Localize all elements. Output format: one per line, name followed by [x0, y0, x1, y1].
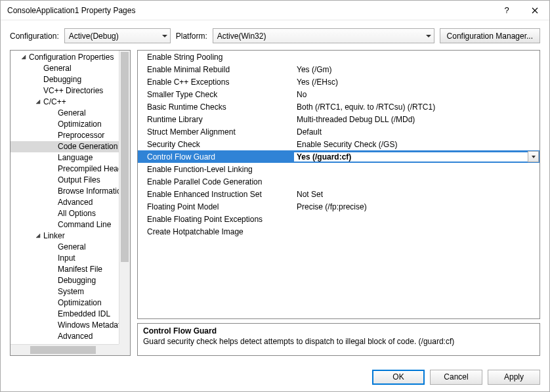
property-value[interactable]: Multi-threaded Debug DLL (/MDd): [294, 115, 539, 124]
property-row[interactable]: Enable Enhanced Instruction SetNot Set: [138, 188, 539, 200]
tree-item[interactable]: Input: [11, 253, 119, 264]
tree-item[interactable]: General: [11, 108, 119, 119]
property-value[interactable]: Yes (/EHsc): [294, 77, 539, 87]
tree-item[interactable]: VC++ Directories: [11, 85, 119, 97]
tree-item-label: Command Line: [58, 219, 111, 230]
chevron-down-icon: [532, 156, 536, 158]
property-row[interactable]: Create Hotpatchable Image: [138, 225, 539, 238]
property-row[interactable]: Enable String Pooling: [138, 51, 539, 63]
tree-vscrollbar-thumb[interactable]: [121, 52, 129, 262]
ok-button[interactable]: OK: [372, 370, 425, 385]
expander-placeholder: [34, 65, 42, 73]
property-row[interactable]: Floating Point ModelPrecise (/fp:precise…: [138, 200, 539, 213]
tree-item[interactable]: Advanced: [11, 197, 119, 208]
tree-hscrollbar-thumb[interactable]: [30, 346, 96, 354]
expander-placeholder: [34, 87, 42, 95]
expander-icon[interactable]: [20, 54, 28, 62]
property-row[interactable]: Basic Runtime ChecksBoth (/RTC1, equiv. …: [138, 100, 539, 113]
property-value[interactable]: Enable Security Check (/GS): [294, 140, 539, 149]
property-row[interactable]: Enable Floating Point Exceptions: [138, 213, 539, 225]
property-name: Enable String Pooling: [138, 53, 294, 62]
help-button[interactable]: ?: [494, 1, 520, 20]
tree-item-label: Debugging: [58, 275, 96, 286]
tree-item[interactable]: All Options: [11, 208, 119, 219]
tree-item[interactable]: Advanced: [11, 331, 119, 342]
tree-item[interactable]: C/C++: [11, 97, 119, 108]
tree-item[interactable]: Command Line: [11, 219, 119, 230]
tree-item[interactable]: Optimization: [11, 297, 119, 309]
tree-item-label: Preprocessor: [58, 130, 104, 141]
platform-combo[interactable]: Active(Win32): [213, 28, 434, 43]
tree-item-label: Windows Metadata: [58, 320, 119, 331]
tree-item[interactable]: Output Files: [11, 175, 119, 186]
tree-item[interactable]: Debugging: [11, 275, 119, 286]
property-value[interactable]: Yes (/Gm): [294, 65, 539, 74]
property-name: Enable Floating Point Exceptions: [138, 215, 294, 224]
tree-item[interactable]: General: [11, 63, 119, 74]
property-row[interactable]: Control Flow GuardYes (/guard:cf): [138, 150, 539, 163]
property-name: Enable Function-Level Linking: [138, 165, 294, 174]
tree-item[interactable]: Configuration Properties: [11, 52, 119, 63]
property-value[interactable]: Default: [294, 127, 539, 137]
cancel-button[interactable]: Cancel: [430, 370, 482, 385]
tree-item[interactable]: General: [11, 242, 119, 253]
tree-vscrollbar[interactable]: [119, 51, 130, 344]
description-title: Control Flow Guard: [143, 326, 534, 336]
chevron-down-icon: [426, 35, 431, 37]
tree-item[interactable]: Language: [11, 152, 119, 163]
tree-item[interactable]: Linker: [11, 230, 119, 242]
property-value-dropdown[interactable]: [528, 151, 539, 162]
property-row[interactable]: Enable Function-Level Linking: [138, 163, 539, 175]
tree-hscrollbar[interactable]: [11, 344, 119, 355]
property-value[interactable]: Not Set: [294, 190, 539, 199]
property-row[interactable]: Security CheckEnable Security Check (/GS…: [138, 138, 539, 150]
property-row[interactable]: Enable Minimal RebuildYes (/Gm): [138, 63, 539, 76]
expander-placeholder: [49, 221, 56, 229]
tree-item[interactable]: Manifest File: [11, 264, 119, 275]
property-name: Enable Minimal Rebuild: [138, 65, 294, 74]
tree-panel: Configuration PropertiesGeneralDebugging…: [10, 50, 131, 356]
property-row[interactable]: Runtime LibraryMulti-threaded Debug DLL …: [138, 113, 539, 125]
close-button[interactable]: [520, 1, 549, 20]
property-value[interactable]: Both (/RTC1, equiv. to /RTCsu) (/RTC1): [294, 102, 539, 112]
ok-label: OK: [392, 372, 404, 381]
tree-item[interactable]: Optimization: [11, 119, 119, 130]
property-name: Smaller Type Check: [138, 90, 294, 99]
tree-item[interactable]: Code Generation: [11, 141, 119, 152]
property-grid: Enable String PoolingEnable Minimal Rebu…: [137, 50, 540, 319]
tree-item[interactable]: Preprocessor: [11, 130, 119, 141]
property-row[interactable]: Enable C++ ExceptionsYes (/EHsc): [138, 76, 539, 88]
tree-item-label: Code Generation: [58, 141, 117, 152]
tree-item[interactable]: Debugging: [11, 74, 119, 85]
tree-item[interactable]: Precompiled Headers: [11, 163, 119, 175]
property-value[interactable]: Yes (/guard:cf): [294, 152, 528, 162]
configuration-combo[interactable]: Active(Debug): [64, 28, 171, 43]
configuration-value: Active(Debug): [69, 32, 119, 41]
property-name: Security Check: [138, 140, 294, 149]
tree-item-label: General: [43, 63, 72, 74]
apply-button[interactable]: Apply: [488, 370, 540, 385]
property-value[interactable]: No: [294, 90, 539, 99]
expander-icon[interactable]: [34, 232, 42, 240]
description-panel: Control Flow Guard Guard security check …: [137, 323, 540, 356]
property-row[interactable]: Enable Parallel Code Generation: [138, 175, 539, 188]
tree-item-label: General: [58, 108, 86, 119]
tree[interactable]: Configuration PropertiesGeneralDebugging…: [11, 51, 119, 344]
titlebar: ConsoleApplication1 Property Pages ?: [1, 1, 549, 20]
expander-placeholder: [49, 110, 56, 118]
property-row[interactable]: Struct Member AlignmentDefault: [138, 125, 539, 138]
tree-item[interactable]: Browse Information: [11, 186, 119, 197]
expander-placeholder: [49, 255, 56, 263]
property-row[interactable]: Smaller Type CheckNo: [138, 88, 539, 100]
tree-item[interactable]: Embedded IDL: [11, 309, 119, 320]
toolbar: Configuration: Active(Debug) Platform: A…: [1, 20, 549, 50]
tree-item[interactable]: System: [11, 286, 119, 297]
property-name: Floating Point Model: [138, 202, 294, 211]
expander-placeholder: [49, 199, 56, 207]
tree-item-label: Optimization: [58, 119, 102, 130]
configuration-manager-button[interactable]: Configuration Manager...: [440, 28, 540, 43]
expander-placeholder: [49, 154, 56, 162]
property-value[interactable]: Precise (/fp:precise): [294, 202, 539, 211]
expander-icon[interactable]: [34, 98, 42, 106]
tree-item[interactable]: Windows Metadata: [11, 320, 119, 331]
